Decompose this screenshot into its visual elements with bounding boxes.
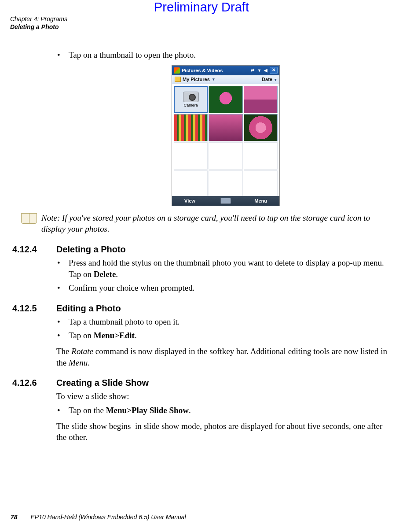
bullet-text: . xyxy=(116,270,118,279)
thumbnail-camera[interactable]: Camera xyxy=(174,86,208,113)
page-number: 78 xyxy=(11,514,18,521)
thumbnail-photo[interactable] xyxy=(174,114,208,141)
bullet-text: Tap on xyxy=(69,331,94,340)
running-header: Chapter 4: Programs Deleting a Photo xyxy=(10,15,67,31)
bullet-bold: Delete xyxy=(94,270,116,279)
device-screenshot: Pictures & Videos ⇄ ▾ ◀ ✕ My Pictures ▾ xyxy=(172,65,280,206)
para-em: Rotate xyxy=(71,347,93,356)
toolbar: My Pictures ▾ Date ▾ xyxy=(172,75,279,84)
close-icon[interactable]: ✕ xyxy=(270,67,278,74)
list-item: Press and hold the stylus on the thumbna… xyxy=(56,257,395,280)
camera-icon xyxy=(183,92,199,102)
thumbnail-photo[interactable] xyxy=(244,86,278,113)
para-em: Menu xyxy=(69,358,88,367)
bullet-text: . xyxy=(189,406,191,415)
softkey-menu[interactable]: Menu xyxy=(254,198,267,203)
chevron-down-icon: ▾ xyxy=(275,78,277,82)
footer: 78 EP10 Hand-Held (Windows Embedded 6.5)… xyxy=(11,514,186,521)
thumbnail-empty xyxy=(174,170,208,198)
book-icon xyxy=(21,212,37,224)
folder-icon xyxy=(175,77,181,82)
section-title: Editing a Photo xyxy=(56,303,121,314)
thumbnail-label: Camera xyxy=(184,103,198,107)
section-title: Creating a Slide Show xyxy=(56,378,149,388)
section-label: Deleting a Photo xyxy=(10,23,67,31)
list-item: Tap a thumbnail photo to open it. xyxy=(56,316,395,328)
thumbnail-photo[interactable] xyxy=(244,114,278,141)
bullet-bold: Menu>Edit xyxy=(94,331,135,340)
sort-label: Date xyxy=(262,77,272,82)
folder-label: My Pictures xyxy=(183,77,210,82)
list-item: Confirm your choice when prompted. xyxy=(56,282,395,294)
para-text: . xyxy=(88,358,90,367)
sort-dropdown[interactable]: Date ▾ xyxy=(262,77,277,82)
bullet-bold: Menu>Play Slide Show xyxy=(106,406,189,415)
bullet-text: . xyxy=(135,331,137,340)
section-number: 4.12.6 xyxy=(12,378,48,388)
note-block: Note: If you've stored your photos on a … xyxy=(21,212,395,235)
bullet-text: Tap a thumbnail photo to open it. xyxy=(69,317,180,326)
bullet-text: Confirm your choice when prompted. xyxy=(69,283,195,292)
folder-dropdown[interactable]: My Pictures ▾ xyxy=(175,77,215,82)
section-title: Deleting a Photo xyxy=(56,244,126,255)
thumbnail-photo[interactable] xyxy=(209,114,242,141)
list-item: Tap on Menu>Edit. xyxy=(56,330,395,341)
thumbnail-empty xyxy=(209,142,242,170)
note-label: Note: xyxy=(41,213,60,222)
softkey-view[interactable]: View xyxy=(184,198,195,203)
para-text: The xyxy=(56,347,71,356)
chapter-label: Chapter 4: Programs xyxy=(10,15,67,23)
chevron-down-icon: ▾ xyxy=(212,77,215,81)
thumbnail-empty xyxy=(174,142,208,170)
doc-title: EP10 Hand-Held (Windows Embedded 6.5) Us… xyxy=(30,514,186,521)
keyboard-icon[interactable] xyxy=(220,198,231,204)
volume-icon[interactable]: ◀ xyxy=(263,68,268,73)
app-title: Pictures & Videos xyxy=(182,68,223,73)
thumbnail-grid: Camera xyxy=(172,84,279,196)
paragraph: To view a slide show: xyxy=(56,391,391,402)
titlebar: Pictures & Videos ⇄ ▾ ◀ ✕ xyxy=(172,66,279,75)
bullet-text: Tap on the xyxy=(69,406,106,415)
thumbnail-empty xyxy=(209,170,242,198)
list-item: Tap on the Menu>Play Slide Show. xyxy=(56,405,395,416)
note-text: If you've stored your photos on a storag… xyxy=(41,213,370,234)
section-heading: 4.12.6 Creating a Slide Show xyxy=(12,378,395,388)
softkey-bar: View Menu xyxy=(172,196,279,206)
section-heading: 4.12.4 Deleting a Photo xyxy=(12,244,395,255)
para-text: command is now displayed in the softkey … xyxy=(56,347,387,367)
paragraph: The slide show begins–in slide show mode… xyxy=(56,421,391,443)
preliminary-draft-watermark: Preliminary Draft xyxy=(0,0,403,15)
connectivity-icon[interactable]: ⇄ xyxy=(250,68,255,73)
signal-icon[interactable]: ▾ xyxy=(256,68,262,73)
section-heading: 4.12.5 Editing a Photo xyxy=(12,303,395,314)
thumbnail-empty xyxy=(244,142,278,170)
paragraph: The Rotate command is now displayed in t… xyxy=(56,346,391,368)
thumbnail-photo[interactable] xyxy=(209,86,242,113)
thumbnail-empty xyxy=(244,170,278,198)
section-number: 4.12.4 xyxy=(12,244,48,255)
start-icon[interactable] xyxy=(174,67,180,74)
section-number: 4.12.5 xyxy=(12,303,48,314)
intro-bullet: Tap on a thumbnail to open the photo. xyxy=(56,49,395,61)
